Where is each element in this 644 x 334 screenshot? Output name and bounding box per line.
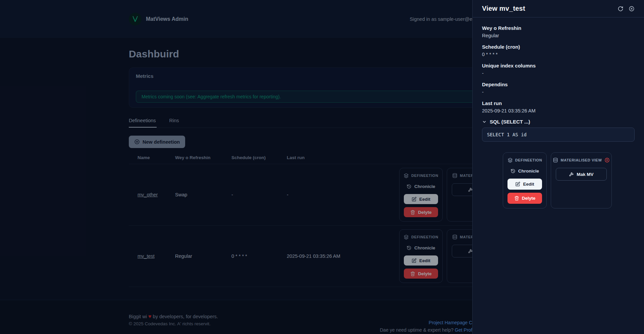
definition-card-title: DEFINEETION xyxy=(503,157,546,163)
trash-icon xyxy=(514,196,519,201)
make-mv-button[interactable]: Mak MV xyxy=(556,168,607,181)
chevron-down-icon xyxy=(482,120,487,124)
history-icon xyxy=(511,169,516,174)
x-circle-icon xyxy=(604,157,610,163)
field-last-run: Last run 2025-09-21 03:35:26 AM xyxy=(482,100,635,114)
sql-code-block: SELECT 1 AS id xyxy=(482,128,635,142)
materialised-view-card-title: MATERIALISED VIEW xyxy=(551,157,611,163)
hammer-icon xyxy=(569,172,574,177)
field-unique-index-columns: Unique index columns - xyxy=(482,62,635,76)
definition-card: DEFINEETION Chronicle Eedit xyxy=(503,152,547,208)
sql-section-toggle[interactable]: SQL (SELECT ...) xyxy=(482,119,530,125)
drawer-title: View mv_test xyxy=(482,5,525,12)
drawer-header: View mv_test xyxy=(473,0,644,17)
close-button[interactable] xyxy=(629,6,635,12)
field-way-of-refreshing: Wey o Refreshin Regular xyxy=(482,25,635,39)
view-mv-test-drawer: View mv_test Wey o Refreshin Regular Sch… xyxy=(472,0,644,334)
materialised-view-card: MATERIALISED VIEW Mak MV xyxy=(551,152,612,208)
database-icon xyxy=(553,157,558,163)
field-schedule-cron: Schedule (cron) 0 * * * * xyxy=(482,44,635,57)
delete-button[interactable]: Delyte xyxy=(507,193,542,204)
drawer-action-cards: DEFINEETION Chronicle Eedit xyxy=(503,152,635,208)
layers-icon xyxy=(507,157,513,163)
edit-button[interactable]: Eedit xyxy=(507,179,542,190)
refresh-button[interactable] xyxy=(618,6,624,12)
drawer-fields: Wey o Refreshin Regular Schedule (cron) … xyxy=(482,17,635,114)
field-dependins: Dependins - xyxy=(482,81,635,95)
app-root: MatViews Admin Signed in as sample-user@… xyxy=(0,0,644,334)
chronicle-button[interactable]: Chronicle xyxy=(503,168,546,174)
edit-icon xyxy=(515,182,520,187)
